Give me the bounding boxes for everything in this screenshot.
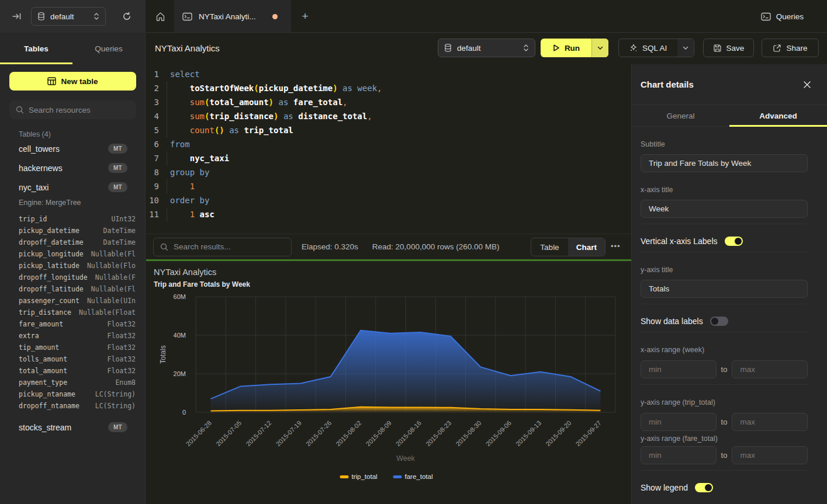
schema-column-row[interactable]: extraFloat32 [0, 330, 145, 342]
sidebar-tab-tables[interactable]: Tables [0, 33, 72, 64]
area-chart[interactable]: 020M40M60M2015-06-282015-07-052015-07-12… [146, 261, 631, 504]
legend-label-fare_total[interactable]: fare_total [405, 473, 433, 480]
x-tick-label: 2015-09-06 [485, 419, 513, 447]
code-text: sum(total_amount) as fare_total, [170, 98, 348, 107]
view-chart-button[interactable]: Chart [568, 238, 605, 256]
database-icon [37, 12, 45, 20]
column-name: passenger_count [19, 297, 87, 305]
legend-label-trip_total[interactable]: trip_total [352, 473, 378, 480]
table-row-cell-towers[interactable]: cell_towers MT [0, 139, 145, 158]
column-name: fare_amount [19, 320, 108, 328]
data-labels-label: Show data labels [641, 317, 703, 326]
panel-tab-advanced[interactable]: Advanced [729, 105, 827, 126]
sql-editor[interactable]: 1select2 toStartOfWeek(pickup_datetime) … [146, 64, 631, 234]
panel-tab-general[interactable]: General [632, 105, 729, 126]
share-button[interactable]: Share [762, 39, 819, 57]
yaxis-title-input[interactable]: Totals [641, 280, 808, 298]
new-table-button[interactable]: New table [9, 72, 136, 91]
tables-section-label: Tables (4) [19, 130, 145, 139]
yrange-trip-min-input[interactable]: min [641, 413, 717, 431]
sparkle-icon [629, 44, 638, 52]
schema-column-row[interactable]: trip_distanceNullable(Float [0, 307, 145, 318]
schema-column-row[interactable]: pickup_longitudeNullable(Fl [0, 248, 145, 260]
table-row-nyc-taxi[interactable]: nyc_taxi MT [0, 178, 145, 197]
column-type: Float32 [108, 367, 136, 375]
schema-column-list: trip_idUInt32pickup_datetimeDateTimedrop… [0, 213, 145, 412]
sql-ai-options-button[interactable] [677, 39, 694, 57]
results-search-placeholder: Search results... [174, 242, 231, 251]
xaxis-title-input[interactable]: Week [641, 200, 808, 218]
sidebar-tab-queries[interactable]: Queries [72, 33, 145, 64]
sql-ai-button[interactable]: SQL AI [619, 39, 677, 57]
close-icon[interactable] [803, 81, 811, 89]
line-number: 9 [146, 182, 159, 191]
column-name: pickup_ntaname [19, 390, 95, 398]
column-name: tolls_amount [19, 355, 108, 363]
column-type: UInt32 [111, 215, 136, 223]
sidebar: Tables Queries New table Search resource… [0, 33, 146, 504]
queries-link[interactable]: Queries [761, 0, 804, 33]
data-labels-toggle[interactable] [710, 317, 728, 326]
toolbar-database-selector[interactable]: default [438, 39, 535, 57]
xrange-max-input[interactable]: max [732, 360, 808, 378]
unsaved-dot [272, 14, 278, 19]
home-button[interactable] [146, 0, 174, 33]
schema-column-row[interactable]: passenger_countNullable(UIn [0, 295, 145, 307]
subtitle-input[interactable]: Trip and Fare Totals by Week [641, 154, 808, 172]
range-to-label: to [717, 365, 732, 374]
schema-column-row[interactable]: trip_idUInt32 [0, 213, 145, 225]
schema-column-row[interactable]: pickup_ntanameLC(String) [0, 388, 145, 400]
code-text: select [170, 69, 200, 79]
run-options-button[interactable] [591, 39, 608, 57]
column-type: Nullable(Fl [91, 285, 136, 293]
save-button[interactable]: Save [703, 39, 754, 57]
divider [641, 304, 808, 304]
x-tick-label: 2015-07-26 [304, 419, 333, 447]
table-row-stocks-stream[interactable]: stocks_stream MT [0, 418, 145, 437]
schema-column-row[interactable]: total_amountFloat32 [0, 365, 145, 377]
schema-column-row[interactable]: pickup_datetimeDateTime [0, 225, 145, 237]
database-selector-value: default [50, 12, 94, 21]
database-icon [444, 44, 452, 52]
yrange-trip-max-input[interactable]: max [732, 413, 808, 431]
x-tick-label: 2015-08-16 [395, 419, 423, 447]
table-engine-badge: MT [108, 163, 127, 173]
x-tick-label: 2015-07-19 [275, 419, 303, 447]
schema-column-row[interactable]: tolls_amountFloat32 [0, 353, 145, 365]
column-name: dropoff_latitude [19, 285, 91, 293]
schema-column-row[interactable]: fare_amountFloat32 [0, 318, 145, 330]
legend-toggle[interactable] [695, 483, 713, 492]
line-number: 5 [146, 126, 159, 135]
more-options-icon[interactable]: ••• [611, 242, 621, 251]
chart-panel: NYTaxi Analytics Trip and Fare Totals by… [146, 261, 631, 504]
queries-label: Queries [776, 12, 804, 21]
xrange-min-input[interactable]: min [641, 360, 717, 378]
yrange-fare-min-input[interactable]: min [641, 446, 717, 464]
new-tab-button[interactable]: + [297, 8, 313, 25]
legend-swatch-fare_total[interactable] [393, 475, 402, 478]
schema-column-row[interactable]: dropoff_datetimeDateTime [0, 237, 145, 248]
vertical-labels-toggle[interactable] [725, 237, 743, 246]
run-button[interactable]: Run [541, 39, 591, 57]
view-table-button[interactable]: Table [531, 238, 568, 256]
schema-column-row[interactable]: pickup_latitudeNullable(Flo [0, 260, 145, 272]
sidebar-collapse-icon[interactable] [11, 10, 23, 23]
run-button-group: Run [541, 39, 608, 57]
yrange-fare-max-input[interactable]: max [732, 446, 808, 464]
table-row-hackernews[interactable]: hackernews MT [0, 158, 145, 178]
line-number: 3 [146, 98, 159, 107]
editor-line: 11 1 asc [146, 207, 631, 221]
schema-column-row[interactable]: payment_typeEnum8 [0, 377, 145, 388]
refresh-icon[interactable] [120, 9, 134, 23]
sidebar-database-selector[interactable]: default [31, 7, 106, 26]
divider [641, 252, 808, 252]
results-search-input[interactable]: Search results... [153, 238, 292, 256]
x-tick-label: 2015-08-30 [454, 419, 482, 447]
tab-nytaxi-analytics[interactable]: NYTaxi Analyti... [174, 0, 291, 33]
sidebar-search-input[interactable]: Search resources [9, 100, 136, 119]
legend-swatch-trip_total[interactable] [340, 475, 349, 478]
schema-column-row[interactable]: dropoff_longitudeNullable(F [0, 272, 145, 283]
schema-column-row[interactable]: dropoff_latitudeNullable(Fl [0, 283, 145, 295]
schema-column-row[interactable]: tip_amountFloat32 [0, 342, 145, 353]
schema-column-row[interactable]: dropoff_ntanameLC(String) [0, 400, 145, 412]
